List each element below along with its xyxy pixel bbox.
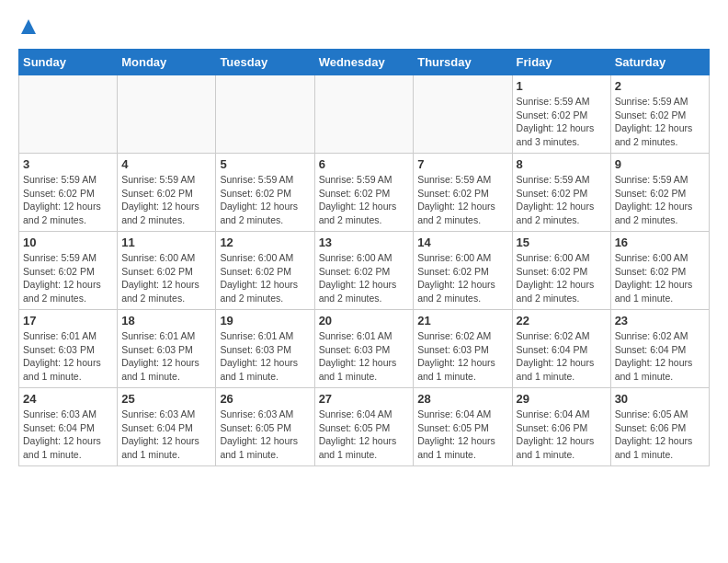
calendar-cell — [118, 75, 216, 154]
calendar-cell: 14Sunrise: 6:00 AM Sunset: 6:02 PM Dayli… — [414, 232, 512, 310]
day-info: Sunrise: 6:00 AM Sunset: 6:02 PM Dayligh… — [615, 251, 705, 305]
calendar-cell: 27Sunrise: 6:04 AM Sunset: 6:05 PM Dayli… — [314, 388, 414, 466]
day-info: Sunrise: 6:03 AM Sunset: 6:04 PM Dayligh… — [23, 408, 113, 462]
day-info: Sunrise: 6:02 AM Sunset: 6:04 PM Dayligh… — [615, 329, 705, 384]
day-number: 14 — [417, 236, 507, 249]
day-number: 7 — [417, 157, 507, 171]
day-info: Sunrise: 5:59 AM Sunset: 6:02 PM Dayligh… — [615, 173, 705, 227]
day-info: Sunrise: 6:00 AM Sunset: 6:02 PM Dayligh… — [319, 251, 410, 305]
day-number: 1 — [517, 79, 607, 93]
calendar-cell — [314, 75, 414, 154]
calendar-header-sunday: Sunday — [19, 50, 118, 75]
calendar-cell: 4Sunrise: 5:59 AM Sunset: 6:02 PM Daylig… — [118, 154, 216, 232]
day-number: 8 — [517, 157, 607, 171]
calendar-cell — [414, 75, 512, 154]
day-number: 16 — [615, 236, 705, 249]
calendar-cell: 8Sunrise: 5:59 AM Sunset: 6:02 PM Daylig… — [512, 154, 610, 232]
day-number: 27 — [319, 392, 410, 406]
day-info: Sunrise: 6:04 AM Sunset: 6:05 PM Dayligh… — [319, 408, 410, 462]
calendar-week-row: 24Sunrise: 6:03 AM Sunset: 6:04 PM Dayli… — [19, 388, 710, 466]
day-number: 13 — [319, 236, 410, 249]
day-number: 4 — [121, 157, 211, 171]
day-number: 25 — [121, 392, 211, 406]
calendar-cell: 16Sunrise: 6:00 AM Sunset: 6:02 PM Dayli… — [610, 232, 709, 310]
day-info: Sunrise: 6:00 AM Sunset: 6:02 PM Dayligh… — [121, 251, 211, 305]
day-number: 30 — [615, 392, 705, 406]
calendar-cell: 20Sunrise: 6:01 AM Sunset: 6:03 PM Dayli… — [314, 310, 414, 388]
calendar-cell: 26Sunrise: 6:03 AM Sunset: 6:05 PM Dayli… — [216, 388, 314, 466]
day-info: Sunrise: 6:03 AM Sunset: 6:05 PM Dayligh… — [220, 408, 310, 462]
day-info: Sunrise: 6:02 AM Sunset: 6:04 PM Dayligh… — [517, 329, 607, 384]
calendar-cell: 18Sunrise: 6:01 AM Sunset: 6:03 PM Dayli… — [118, 310, 216, 388]
calendar-week-row: 17Sunrise: 6:01 AM Sunset: 6:03 PM Dayli… — [19, 310, 710, 388]
day-number: 21 — [417, 314, 507, 327]
calendar-header-thursday: Thursday — [414, 50, 512, 75]
day-info: Sunrise: 6:00 AM Sunset: 6:02 PM Dayligh… — [220, 251, 310, 305]
calendar-week-row: 10Sunrise: 5:59 AM Sunset: 6:02 PM Dayli… — [19, 232, 710, 310]
calendar-cell: 17Sunrise: 6:01 AM Sunset: 6:03 PM Dayli… — [19, 310, 118, 388]
day-number: 5 — [220, 157, 310, 171]
logo-icon — [20, 18, 37, 35]
calendar-week-row: 1Sunrise: 5:59 AM Sunset: 6:02 PM Daylig… — [19, 75, 710, 154]
calendar-header-tuesday: Tuesday — [216, 50, 314, 75]
calendar-cell: 1Sunrise: 5:59 AM Sunset: 6:02 PM Daylig… — [512, 75, 610, 154]
day-number: 15 — [517, 236, 607, 249]
calendar-cell: 22Sunrise: 6:02 AM Sunset: 6:04 PM Dayli… — [512, 310, 610, 388]
day-number: 24 — [23, 392, 113, 406]
calendar-table: SundayMondayTuesdayWednesdayThursdayFrid… — [18, 49, 710, 466]
day-info: Sunrise: 5:59 AM Sunset: 6:02 PM Dayligh… — [220, 173, 310, 227]
day-number: 29 — [517, 392, 607, 406]
calendar-header-friday: Friday — [512, 50, 610, 75]
calendar-cell: 21Sunrise: 6:02 AM Sunset: 6:03 PM Dayli… — [414, 310, 512, 388]
day-number: 17 — [23, 314, 113, 327]
day-info: Sunrise: 6:00 AM Sunset: 6:02 PM Dayligh… — [417, 251, 507, 305]
day-info: Sunrise: 6:02 AM Sunset: 6:03 PM Dayligh… — [417, 329, 507, 384]
svg-marker-0 — [21, 19, 36, 34]
day-number: 6 — [319, 157, 410, 171]
calendar-cell: 15Sunrise: 6:00 AM Sunset: 6:02 PM Dayli… — [512, 232, 610, 310]
day-info: Sunrise: 6:01 AM Sunset: 6:03 PM Dayligh… — [220, 329, 310, 384]
calendar-body: 1Sunrise: 5:59 AM Sunset: 6:02 PM Daylig… — [19, 75, 710, 466]
calendar-cell: 29Sunrise: 6:04 AM Sunset: 6:06 PM Dayli… — [512, 388, 610, 466]
calendar-cell: 7Sunrise: 5:59 AM Sunset: 6:02 PM Daylig… — [414, 154, 512, 232]
logo — [18, 18, 37, 40]
day-number: 2 — [615, 79, 705, 93]
calendar-cell: 10Sunrise: 5:59 AM Sunset: 6:02 PM Dayli… — [19, 232, 118, 310]
calendar-cell: 13Sunrise: 6:00 AM Sunset: 6:02 PM Dayli… — [314, 232, 414, 310]
calendar-cell: 2Sunrise: 5:59 AM Sunset: 6:02 PM Daylig… — [610, 75, 709, 154]
calendar-week-row: 3Sunrise: 5:59 AM Sunset: 6:02 PM Daylig… — [19, 154, 710, 232]
day-info: Sunrise: 5:59 AM Sunset: 6:02 PM Dayligh… — [319, 173, 410, 227]
calendar-cell: 6Sunrise: 5:59 AM Sunset: 6:02 PM Daylig… — [314, 154, 414, 232]
day-number: 12 — [220, 236, 310, 249]
day-number: 20 — [319, 314, 410, 327]
day-info: Sunrise: 6:03 AM Sunset: 6:04 PM Dayligh… — [121, 408, 211, 462]
day-number: 28 — [417, 392, 507, 406]
day-info: Sunrise: 5:59 AM Sunset: 6:02 PM Dayligh… — [517, 173, 607, 227]
calendar-cell: 24Sunrise: 6:03 AM Sunset: 6:04 PM Dayli… — [19, 388, 118, 466]
day-info: Sunrise: 6:05 AM Sunset: 6:06 PM Dayligh… — [615, 408, 705, 462]
calendar-cell: 11Sunrise: 6:00 AM Sunset: 6:02 PM Dayli… — [118, 232, 216, 310]
calendar-header-monday: Monday — [118, 50, 216, 75]
day-info: Sunrise: 6:04 AM Sunset: 6:05 PM Dayligh… — [417, 408, 507, 462]
calendar-cell: 25Sunrise: 6:03 AM Sunset: 6:04 PM Dayli… — [118, 388, 216, 466]
calendar-cell: 28Sunrise: 6:04 AM Sunset: 6:05 PM Dayli… — [414, 388, 512, 466]
day-number: 3 — [23, 157, 113, 171]
day-number: 23 — [615, 314, 705, 327]
day-info: Sunrise: 5:59 AM Sunset: 6:02 PM Dayligh… — [417, 173, 507, 227]
day-info: Sunrise: 5:59 AM Sunset: 6:02 PM Dayligh… — [23, 173, 113, 227]
day-number: 19 — [220, 314, 310, 327]
header — [18, 18, 710, 40]
calendar-cell — [216, 75, 314, 154]
day-number: 26 — [220, 392, 310, 406]
day-number: 11 — [121, 236, 211, 249]
calendar-cell: 5Sunrise: 5:59 AM Sunset: 6:02 PM Daylig… — [216, 154, 314, 232]
calendar-header-wednesday: Wednesday — [314, 50, 414, 75]
day-info: Sunrise: 6:01 AM Sunset: 6:03 PM Dayligh… — [23, 329, 113, 384]
calendar-header-row: SundayMondayTuesdayWednesdayThursdayFrid… — [19, 50, 710, 75]
calendar-cell: 9Sunrise: 5:59 AM Sunset: 6:02 PM Daylig… — [610, 154, 709, 232]
day-number: 10 — [23, 236, 113, 249]
calendar-cell: 3Sunrise: 5:59 AM Sunset: 6:02 PM Daylig… — [19, 154, 118, 232]
day-info: Sunrise: 5:59 AM Sunset: 6:02 PM Dayligh… — [121, 173, 211, 227]
day-info: Sunrise: 6:00 AM Sunset: 6:02 PM Dayligh… — [517, 251, 607, 305]
day-info: Sunrise: 5:59 AM Sunset: 6:02 PM Dayligh… — [615, 95, 705, 149]
